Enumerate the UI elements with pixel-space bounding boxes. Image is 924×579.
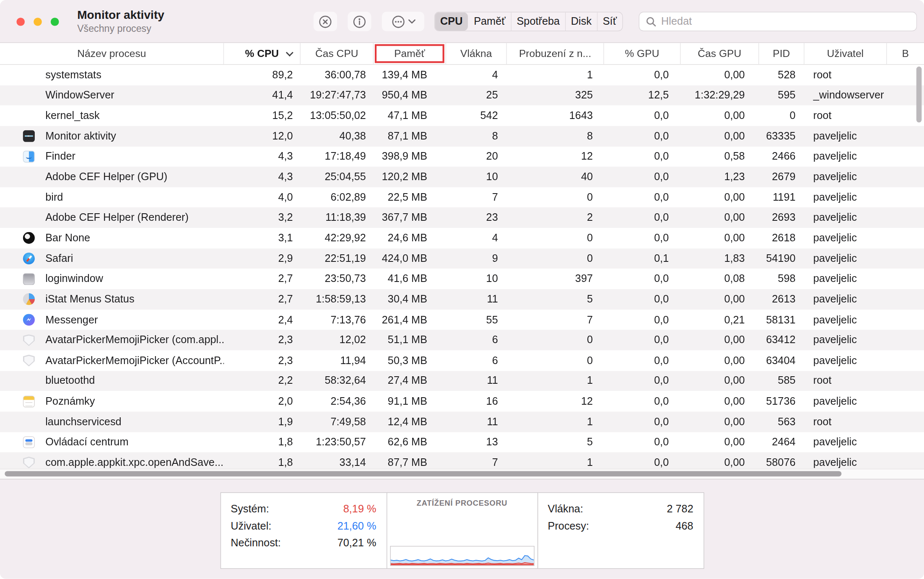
column-label: % GPU [625,47,659,60]
cell-name: Finder [0,150,224,163]
table-row[interactable]: Adobe CEF Helper (GPU)4,325:04,55120,2 M… [0,167,924,187]
cell-gpu: 0,0 [604,293,681,306]
cell-cpu_time: 58:32,64 [301,375,374,388]
column-header-b[interactable]: B [887,43,924,65]
cell-name: Safari [0,252,224,265]
cell-memory: 398,9 MB [374,150,446,163]
shield-app-icon [23,457,35,468]
app-icon-slot [23,355,45,367]
cell-name: Bar None [0,232,224,245]
cell-user: paveljelic [805,313,887,326]
cell-user: paveljelic [805,150,887,163]
cell-wakeups: 1 [507,416,604,428]
cell-memory: 50,3 MB [374,354,446,367]
idle-label: Nečinnost: [231,535,281,552]
toolbar: Monitor aktivity Všechny procesy [0,0,924,43]
threads-row: Vlákna: 2 782 [548,501,693,518]
table-row[interactable]: Ovládací centrum1,81:23:50,5762,6 MB1350… [0,432,924,452]
cell-pid: 63412 [759,334,804,346]
table-row[interactable]: Poznámky2,02:54,3691,1 MB16120,00,005173… [0,391,924,412]
tab-spoteba[interactable]: Spotřeba [511,13,565,31]
table-row[interactable]: AvatarPickerMemojiPicker (com.appl...2,3… [0,330,924,351]
cell-threads: 16 [446,395,507,408]
table-row[interactable]: Safari2,922:51,19424,0 MB900,11,8354190p… [0,248,924,269]
tab-s[interactable]: Síť [597,13,622,31]
search-field[interactable] [639,12,917,31]
cell-gpu_time: 0,00 [680,130,759,142]
window-controls [16,18,59,26]
table-row[interactable]: Adobe CEF Helper (Renderer)3,211:18,3936… [0,207,924,228]
table-row[interactable]: Bar None3,142:29,9224,6 MB400,00,002618p… [0,228,924,248]
column-header-memory[interactable]: Paměť [374,43,446,65]
cell-threads: 6 [446,334,507,346]
minimize-button[interactable] [34,18,42,26]
user-value: 21,60 % [337,518,376,535]
cell-cpu: 89,2 [224,69,301,81]
cell-user: paveljelic [805,293,887,306]
table-row[interactable]: loginwindow2,723:50,7341,6 MB103970,00,0… [0,269,924,290]
table-row[interactable]: Monitor aktivity12,040,3887,1 MB880,00,0… [0,126,924,147]
cell-cpu: 15,2 [224,110,301,122]
table-row[interactable]: Messenger2,47:13,76261,4 MB5570,00,21581… [0,310,924,330]
cell-cpu: 2,2 [224,375,301,388]
quit-process-button[interactable] [314,12,337,31]
window-title: Monitor aktivity [77,7,164,23]
cell-cpu: 4,3 [224,150,301,163]
cpu-load-panel: ZATÍŽENÍ PROCESORU [386,492,537,569]
column-label: B [902,47,909,60]
close-button[interactable] [16,18,25,26]
cell-cpu: 41,4 [224,89,301,102]
cell-cpu: 2,9 [224,252,301,265]
vertical-scrollbar-thumb[interactable] [916,67,922,123]
process-name: com.apple.appkit.xpc.openAndSave... [45,456,223,469]
cell-cpu: 1,8 [224,436,301,449]
inspect-process-button[interactable] [348,12,371,31]
column-header-name[interactable]: Název procesu [0,43,224,65]
cell-cpu_time: 11:18,39 [301,212,374,224]
tab-disk[interactable]: Disk [565,13,597,31]
table-row[interactable]: bluetoothd2,258:32,6427,4 MB1110,00,0058… [0,371,924,391]
table-row[interactable]: kernel_task15,213:05:50,0247,1 MB5421643… [0,106,924,126]
cell-gpu_time: 0,00 [680,191,759,204]
horizontal-scrollbar-thumb[interactable] [5,471,841,476]
app-icon-slot [23,151,45,163]
table-row[interactable]: Finder4,317:18,49398,9 MB20120,00,582466… [0,146,924,167]
cell-gpu_time: 1,83 [680,252,759,265]
table-header: Název procesu% CPUČas CPUPaměťVláknaProb… [0,43,924,65]
column-header-cpu[interactable]: % CPU [224,43,301,65]
process-name: launchservicesd [45,416,121,428]
more-options-button[interactable] [382,12,424,31]
column-header-threads[interactable]: Vlákna [446,43,507,65]
cell-cpu: 1,8 [224,456,301,469]
process-name: Monitor aktivity [45,130,116,142]
zoom-button[interactable] [51,18,59,26]
table-row[interactable]: iStat Menus Status2,71:58:59,1330,4 MB11… [0,289,924,310]
cell-cpu_time: 17:18,49 [301,150,374,163]
cell-wakeups: 12 [507,150,604,163]
column-header-gpu[interactable]: % GPU [604,43,681,65]
cell-gpu: 0,0 [604,375,681,388]
tab-pam[interactable]: Paměť [468,13,511,31]
cell-cpu: 2,7 [224,293,301,306]
horizontal-scrollbar-track[interactable] [0,469,924,479]
search-input[interactable] [661,16,911,28]
column-header-pid[interactable]: PID [759,43,804,65]
circled-x-icon [318,14,333,29]
table-row[interactable]: launchservicesd1,97:49,5812,4 MB1110,00,… [0,411,924,432]
cell-name: iStat Menus Status [0,293,224,306]
cell-name: launchservicesd [0,416,224,428]
cell-gpu: 0,0 [604,395,681,408]
column-label: Čas CPU [315,47,358,60]
table-row[interactable]: AvatarPickerMemojiPicker (AccountP...2,3… [0,350,924,371]
column-header-cpu-time[interactable]: Čas CPU [301,43,374,65]
column-header-user[interactable]: Uživatel [805,43,887,65]
table-row[interactable]: bird4,06:02,8922,5 MB700,00,001191pavelj… [0,187,924,208]
column-header-wakeups[interactable]: Probuzení z n... [507,43,604,65]
process-name: Safari [45,252,73,265]
table-row[interactable]: systemstats89,236:00,78139,4 MB410,00,00… [0,65,924,85]
cell-memory: 24,6 MB [374,232,446,245]
cell-cpu_time: 40,38 [301,130,374,142]
table-row[interactable]: WindowServer41,419:27:47,73950,4 MB25325… [0,85,924,106]
column-header-gpu-time[interactable]: Čas GPU [680,43,759,65]
tab-cpu[interactable]: CPU [435,13,468,31]
